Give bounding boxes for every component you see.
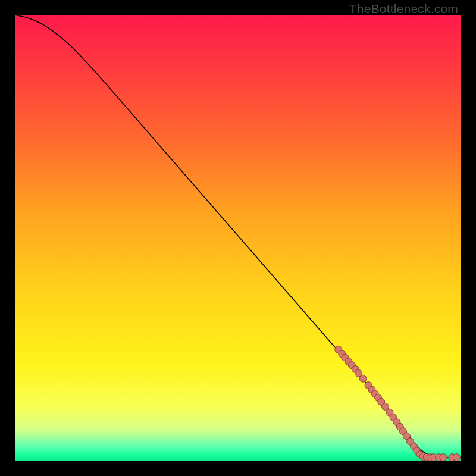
- data-point: [453, 454, 461, 461]
- plot-area: [15, 15, 461, 461]
- data-point: [440, 454, 447, 461]
- chart-frame: TheBottleneck.com: [0, 0, 476, 476]
- data-point: [382, 403, 389, 411]
- chart-svg: [15, 15, 461, 461]
- gradient-background: [15, 15, 461, 461]
- watermark-text: TheBottleneck.com: [349, 2, 458, 16]
- data-point: [359, 375, 367, 382]
